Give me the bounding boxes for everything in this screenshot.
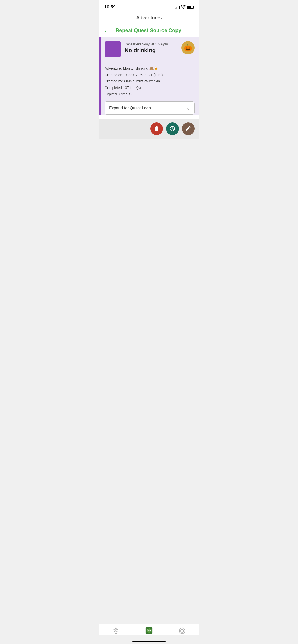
- detail-created-by: Created by: OMGourdItsPawmpkin: [105, 78, 195, 84]
- detail-adventure: Adventure: Monitor drinking 🙈🍺: [105, 65, 195, 72]
- action-row: [99, 119, 199, 139]
- wifi-icon: [181, 5, 186, 9]
- quest-repeat-label: Repeat everyday, at 10:00pm: [125, 42, 168, 46]
- detail-expired: Expired 0 time(s): [105, 91, 195, 97]
- main-content: [99, 139, 199, 266]
- status-bar: 10:59: [99, 0, 199, 13]
- history-button[interactable]: [166, 122, 179, 135]
- avatar: 🎃: [181, 41, 195, 54]
- delete-button[interactable]: [150, 122, 163, 135]
- nav-title: Repeat Quest Source Copy: [109, 27, 188, 33]
- quest-color-box: [105, 41, 121, 57]
- expand-quest-logs-button[interactable]: Expand for Quest Logs ⌄: [105, 101, 195, 115]
- card-details: Adventure: Monitor drinking 🙈🍺 Created o…: [105, 65, 195, 101]
- chevron-down-icon: ⌄: [186, 105, 190, 111]
- card-left: Repeat everyday, at 10:00pm No drinking: [105, 41, 168, 57]
- card-container: Repeat everyday, at 10:00pm No drinking …: [99, 37, 199, 139]
- quest-name: No drinking: [125, 47, 168, 54]
- card-divider: [105, 62, 195, 62]
- signal-icon: [175, 5, 180, 9]
- quest-title-area: Repeat everyday, at 10:00pm No drinking: [125, 41, 168, 54]
- battery-icon: [187, 6, 194, 9]
- nav-row: ‹ Repeat Quest Source Copy: [99, 24, 199, 37]
- page-header: Adventures: [99, 13, 199, 24]
- quest-card: Repeat everyday, at 10:00pm No drinking …: [99, 37, 199, 115]
- detail-created-on: Created on: 2022-07-05 09:21 (Tue.): [105, 72, 195, 78]
- expand-label: Expand for Quest Logs: [109, 106, 151, 110]
- status-icons: [175, 5, 194, 9]
- card-top: Repeat everyday, at 10:00pm No drinking …: [105, 41, 195, 57]
- edit-button[interactable]: [182, 122, 195, 135]
- detail-completed: Completed 137 time(s): [105, 85, 195, 91]
- status-time: 10:59: [104, 5, 115, 10]
- header-title: Adventures: [136, 15, 162, 20]
- back-button[interactable]: ‹: [104, 28, 109, 33]
